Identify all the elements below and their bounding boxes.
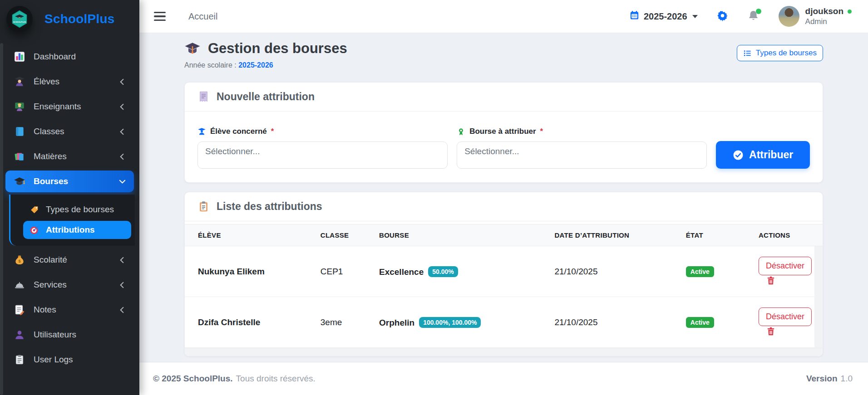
menu-toggle-button[interactable] [154, 12, 166, 21]
cell-classe: CEP1 [307, 246, 366, 297]
cell-etat: Active [673, 246, 745, 297]
column-header-classe: CLASSE [307, 224, 366, 246]
topbar: Accueil 2025-2026 [139, 0, 868, 33]
breadcrumb[interactable]: Accueil [188, 11, 217, 22]
chevron-left-icon [119, 153, 126, 160]
main-column: Accueil 2025-2026 [139, 0, 868, 395]
footer: © 2025 SchoolPlus. Tous droits réservés.… [139, 362, 868, 395]
sidebar-item-label: Enseignants [34, 102, 81, 112]
required-asterisk: * [271, 127, 274, 136]
student-icon [14, 76, 25, 88]
sidebar-item-services[interactable]: Services [5, 274, 134, 296]
card-title-nouvelle-attribution: Nouvelle attribution [185, 83, 823, 112]
attribuer-button[interactable]: Attribuer [716, 141, 810, 169]
bourse-field-label: Bourse à attribuer * [457, 127, 707, 136]
memo-icon [14, 304, 25, 316]
trash-icon [766, 275, 776, 286]
sidebar-item-eleves[interactable]: Élèves [5, 71, 134, 93]
cell-date: 21/10/2025 [541, 246, 672, 297]
types-de-bourses-button[interactable]: Types de bourses [737, 45, 823, 61]
desactiver-button[interactable]: Désactiver [759, 257, 812, 275]
calendar-icon [629, 10, 640, 23]
clipboard-icon [14, 354, 25, 366]
schoolplus-logo-icon: SCHOOLPLUS [10, 9, 30, 29]
sidebar-item-label: Types de bourses [46, 205, 114, 215]
user-avatar [779, 6, 799, 27]
table-header-row: ÉLÈVE CLASSE BOURSE DATE D’ATTRIBUTION É… [185, 224, 823, 246]
status-badge: Active [686, 266, 714, 277]
caret-down-icon [692, 15, 698, 18]
required-asterisk: * [540, 127, 543, 136]
check-circle-icon [733, 150, 744, 161]
attribution-form: Élève concerné * Sélectionner... Bourse … [185, 112, 823, 182]
sidebar-item-label: Dashboard [34, 52, 76, 62]
sidebar-item-scolarite[interactable]: $ Scolarité [5, 249, 134, 271]
student-select[interactable]: Sélectionner... [197, 141, 448, 169]
table-scrollbar-vertical[interactable] [814, 246, 823, 348]
online-status-dot [848, 10, 852, 14]
bourses-submenu: Types de bourses Attributions [9, 195, 135, 246]
app-logo: SCHOOLPLUS [6, 6, 33, 32]
sidebar-item-enseignants[interactable]: Enseignants [5, 96, 134, 117]
percentage-badge: 100.00%, 100.00% [419, 317, 481, 328]
table-row: Nukunya Elikem CEP1 Excellence50.00% 21/… [185, 246, 823, 297]
app-root: SCHOOLPLUS SchoolPlus Dashboard Élèves [0, 0, 868, 395]
clipboard-icon [197, 200, 210, 213]
sidebar-item-notes[interactable]: Notes [5, 299, 134, 321]
school-year-value: 2025-2026 [644, 11, 687, 22]
cell-eleve: Nukunya Elikem [185, 246, 307, 297]
sidebar-item-user-logs[interactable]: User Logs [5, 349, 134, 371]
sidebar-item-matieres[interactable]: Matières [5, 146, 134, 167]
bourse-select[interactable]: Sélectionner... [457, 141, 707, 169]
notifications-button[interactable] [747, 10, 760, 24]
user-icon [14, 329, 25, 341]
sidebar-item-label: Bourses [34, 176, 68, 186]
award-icon [457, 127, 465, 136]
rights-text: Tous droits réservés. [236, 374, 316, 384]
sidebar-item-label: Utilisateurs [34, 330, 76, 340]
status-badge: Active [686, 317, 714, 328]
column-header-actions: ACTIONS [745, 224, 823, 246]
graduation-cap-icon [184, 40, 201, 57]
bar-chart-icon [14, 51, 25, 63]
bourse-name: Excellence [379, 267, 424, 277]
sidebar-menu: Dashboard Élèves Enseignants [0, 38, 139, 371]
cell-date: 21/10/2025 [541, 297, 672, 348]
user-role: Admin [805, 17, 852, 26]
sidebar-scrollbar[interactable] [0, 43, 3, 395]
version-info: Version1.0 [806, 374, 853, 384]
student-icon [197, 127, 206, 136]
student-field-label: Élève concerné * [197, 127, 448, 136]
gear-icon [717, 10, 728, 23]
sidebar-item-dashboard[interactable]: Dashboard [5, 46, 134, 68]
sidebar-item-classes[interactable]: Classes [5, 121, 134, 142]
delete-button[interactable] [766, 326, 776, 337]
settings-button[interactable] [717, 10, 728, 23]
sidebar-item-label: Classes [34, 127, 64, 137]
table-scrollbar-horizontal[interactable] [185, 348, 823, 356]
chevron-left-icon [119, 128, 126, 135]
sidebar-item-label: Attributions [46, 225, 95, 235]
school-year-selector[interactable]: 2025-2026 [629, 10, 698, 23]
sidebar-item-types-de-bourses[interactable]: Types de bourses [23, 200, 131, 219]
sidebar: SCHOOLPLUS SchoolPlus Dashboard Élèves [0, 0, 139, 395]
delete-button[interactable] [766, 275, 776, 286]
chevron-left-icon [119, 307, 126, 313]
sidebar-item-attributions[interactable]: Attributions [23, 221, 131, 239]
copyright-text: © 2025 SchoolPlus. [153, 374, 233, 384]
svg-text:SCHOOLPLUS: SCHOOLPLUS [13, 21, 26, 23]
teacher-icon [14, 101, 25, 112]
cell-actions: Désactiver [745, 246, 823, 297]
new-attribution-card: Nouvelle attribution Élève concerné * Sé… [184, 82, 823, 183]
attributions-table: ÉLÈVE CLASSE BOURSE DATE D’ATTRIBUTION É… [185, 224, 823, 356]
bourse-name: Orphelin [379, 318, 414, 327]
cell-actions: Désactiver [745, 297, 823, 348]
sidebar-item-utilisateurs[interactable]: Utilisateurs [5, 324, 134, 346]
column-header-eleve: ÉLÈVE [185, 224, 307, 246]
desactiver-button[interactable]: Désactiver [759, 307, 812, 326]
user-menu[interactable]: djoukson Admin [779, 6, 852, 27]
sidebar-item-bourses[interactable]: Bourses [5, 171, 134, 192]
sidebar-item-label: Scolarité [34, 255, 67, 265]
user-info: djoukson Admin [805, 6, 852, 26]
sidebar-item-label: User Logs [34, 355, 73, 365]
